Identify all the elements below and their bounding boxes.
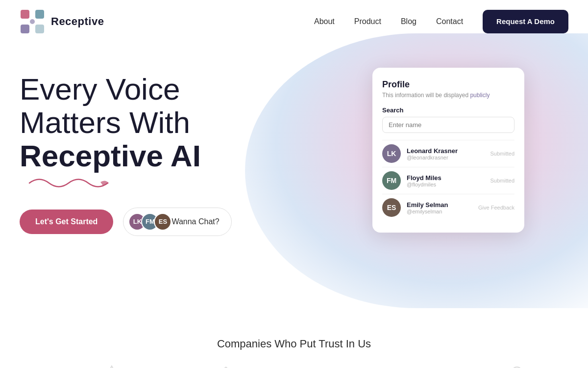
svg-rect-0 bbox=[21, 10, 29, 19]
nav-link-contact[interactable]: Contact bbox=[436, 17, 463, 26]
hero-headline: Every Voice Matters With Receptive AI bbox=[20, 73, 353, 173]
person-handle-2: @floydmiles bbox=[407, 182, 490, 187]
person-info-3: Emily Selman @emilyselman bbox=[407, 201, 478, 214]
trust-heading: Companies Who Put Trust In Us bbox=[20, 338, 568, 350]
person-status-2: Submitted bbox=[490, 178, 514, 184]
person-row-2: FM Floyd Miles @floydmiles Submitted bbox=[382, 167, 514, 194]
trust-section: Companies Who Put Trust In Us a alef ANT… bbox=[0, 318, 588, 368]
wanna-chat-button[interactable]: LK FM ES Wanna Chat? bbox=[123, 208, 231, 236]
nav-link-blog[interactable]: Blog bbox=[401, 17, 416, 26]
logo-alef: a alef bbox=[34, 365, 66, 368]
svg-rect-2 bbox=[35, 10, 44, 19]
svg-point-4 bbox=[30, 19, 35, 24]
headline-line2: Matters With bbox=[20, 105, 190, 139]
person-name-3: Emily Selman bbox=[407, 201, 478, 209]
logo-text: Receptive bbox=[51, 15, 104, 28]
navbar: Receptive About Product Blog Contact Req… bbox=[0, 0, 588, 43]
logo-area: Receptive bbox=[20, 9, 104, 34]
nav-link-product[interactable]: Product bbox=[354, 17, 381, 26]
card-subtitle-accent: publicly bbox=[470, 92, 490, 99]
card-search-label: Search bbox=[382, 106, 514, 114]
svg-rect-3 bbox=[35, 25, 44, 33]
get-started-button[interactable]: Let's Get Started bbox=[20, 210, 113, 234]
logo-antematter: ANTEMATTER bbox=[105, 365, 181, 368]
person-handle-1: @leonardkrasner bbox=[407, 155, 490, 160]
hero-buttons: Let's Get Started LK FM ES Wanna Chat? bbox=[20, 208, 353, 236]
svg-marker-6 bbox=[106, 366, 118, 368]
logo-sipher: Sipher bbox=[510, 365, 554, 368]
person-row-1: LK Leonard Krasner @leonardkrasner Submi… bbox=[382, 140, 514, 167]
squiggle-decoration bbox=[24, 173, 113, 188]
headline-line3: Receptive AI bbox=[20, 139, 201, 173]
person-status-3: Give Feedback bbox=[478, 205, 514, 210]
hero-right: Profile This information will be display… bbox=[372, 63, 539, 233]
person-handle-3: @emilyselman bbox=[407, 209, 478, 214]
person-name-2: Floyd Miles bbox=[407, 174, 490, 182]
person-info-2: Floyd Miles @floydmiles bbox=[407, 174, 490, 187]
wanna-chat-label: Wanna Chat? bbox=[172, 217, 219, 226]
headline-line1: Every Voice bbox=[20, 72, 180, 106]
person-name-1: Leonard Krasner bbox=[407, 147, 490, 155]
logo-geekspod: GeeksPod bbox=[412, 365, 471, 368]
person-avatar-3: ES bbox=[382, 198, 401, 217]
svg-rect-1 bbox=[21, 25, 29, 33]
logos-row: a alef ANTEMATTER ENLIGHTS Gann CO Geeks… bbox=[20, 365, 568, 368]
person-info-1: Leonard Krasner @leonardkrasner bbox=[407, 147, 490, 160]
nav-links: About Product Blog Contact Request A Dem… bbox=[314, 10, 568, 33]
person-row-3: ES Emily Selman @emilyselman Give Feedba… bbox=[382, 194, 514, 221]
person-avatar-2: FM bbox=[382, 171, 401, 190]
logo-enlights: ENLIGHTS bbox=[219, 365, 280, 368]
avatar-stack: LK FM ES bbox=[128, 213, 167, 231]
card-subtitle: This information will be displayed publi… bbox=[382, 92, 514, 99]
search-input[interactable] bbox=[382, 117, 514, 133]
logo-gann: Gann CO bbox=[318, 365, 373, 368]
person-avatar-1: LK bbox=[382, 144, 401, 163]
person-status-1: Submitted bbox=[490, 151, 514, 157]
hero-section: Every Voice Matters With Receptive AI Le… bbox=[0, 43, 588, 318]
nav-link-about[interactable]: About bbox=[314, 17, 335, 26]
card-title: Profile bbox=[382, 79, 514, 90]
hero-left: Every Voice Matters With Receptive AI Le… bbox=[20, 63, 353, 236]
profile-card: Profile This information will be display… bbox=[372, 68, 524, 233]
request-demo-button[interactable]: Request A Demo bbox=[483, 10, 568, 33]
avatar-3: ES bbox=[154, 213, 172, 231]
logo-icon bbox=[20, 9, 45, 34]
svg-text:a: a bbox=[34, 366, 40, 368]
